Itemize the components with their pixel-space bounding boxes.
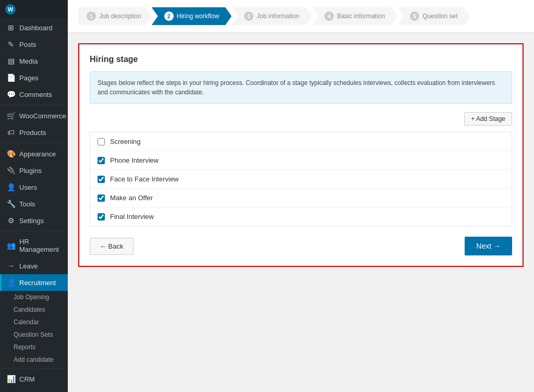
sidebar-item-comments[interactable]: 💬 Comments <box>0 86 68 103</box>
plugins-icon: 🔌 <box>7 166 15 175</box>
stage-label-make-an-offer: Make an Offer <box>110 194 153 202</box>
stage-checkbox-phone-interview[interactable] <box>98 157 105 164</box>
wizard-step-3[interactable]: 3 Job information <box>232 7 312 25</box>
dashboard-icon: ⊞ <box>7 23 15 32</box>
media-icon: ▤ <box>7 57 15 65</box>
recruitment-icon: 👤 <box>7 278 15 287</box>
tools-icon: 🔧 <box>7 200 15 208</box>
posts-icon: ✎ <box>7 40 15 48</box>
sidebar-sub-job-opening[interactable]: Job Opening <box>0 291 68 303</box>
sidebar-item-accounting[interactable]: ⚙ Accounting <box>0 387 68 392</box>
sidebar-item-appearance[interactable]: 🎨 Appearance <box>0 145 68 162</box>
sidebar-sub-candidates[interactable]: Candidates <box>0 303 68 316</box>
wizard-step-5[interactable]: 5 Question set <box>397 7 470 25</box>
main-content: 1 Job description 2 Hiring workflow 3 Jo… <box>68 0 534 392</box>
sidebar-sub-add-candidate[interactable]: Add candidate <box>0 353 68 366</box>
appearance-icon: 🎨 <box>7 150 15 158</box>
step-2-label: Hiring workflow <box>177 13 219 20</box>
step-3-num: 3 <box>244 11 253 21</box>
step-4-label: Basic information <box>337 13 385 20</box>
sidebar-item-woocommerce[interactable]: 🛒 WooCommerce <box>0 107 68 124</box>
sidebar-sub-question-sets[interactable]: Question Sets <box>0 328 68 341</box>
sidebar-sub-reports[interactable]: Reports <box>0 341 68 353</box>
wizard-step-4[interactable]: 4 Basic information <box>312 7 397 25</box>
stage-label-face-to-face: Face to Face Interview <box>110 175 179 183</box>
woocommerce-icon: 🛒 <box>7 112 15 120</box>
sidebar-item-products[interactable]: 🏷 Products <box>0 124 68 141</box>
sidebar-divider-3 <box>0 231 68 231</box>
stage-checkbox-screening[interactable] <box>98 138 105 145</box>
stage-label-final-interview: Final Interview <box>110 213 154 220</box>
sidebar-divider-4 <box>0 368 68 369</box>
content-area: Hiring stage Stages below reflect the st… <box>68 33 534 392</box>
sidebar-item-leave[interactable]: → Leave <box>0 258 68 274</box>
back-button[interactable]: ← Back <box>90 238 134 255</box>
stage-list: Screening Phone Interview Face to Face I… <box>90 132 512 226</box>
stage-checkbox-make-an-offer[interactable] <box>98 194 105 202</box>
stage-item-screening: Screening <box>90 132 512 151</box>
step-1-num: 1 <box>87 11 96 21</box>
settings-icon: ⚙ <box>7 216 15 225</box>
sidebar-header: W <box>0 0 68 19</box>
hr-icon: 👥 <box>7 241 15 250</box>
add-stage-button[interactable]: + Add Stage <box>464 112 512 126</box>
wizard-steps: 1 Job description 2 Hiring workflow 3 Jo… <box>68 0 534 33</box>
crm-icon: 📊 <box>7 375 15 383</box>
sidebar-item-pages[interactable]: 📄 Pages <box>0 69 68 86</box>
stage-item-final-interview: Final Interview <box>90 207 512 226</box>
comments-icon: 💬 <box>7 90 15 99</box>
sidebar-divider-1 <box>0 105 68 105</box>
stage-checkbox-final-interview[interactable] <box>98 213 105 220</box>
sidebar-item-dashboard[interactable]: ⊞ Dashboard <box>0 19 68 36</box>
sidebar-item-tools[interactable]: 🔧 Tools <box>0 195 68 212</box>
sidebar-item-media[interactable]: ▤ Media <box>0 53 68 69</box>
stage-label-phone-interview: Phone Interview <box>110 156 159 164</box>
panel-title: Hiring stage <box>90 55 512 64</box>
pages-icon: 📄 <box>7 74 15 82</box>
step-2-num: 2 <box>164 11 174 21</box>
wp-logo: W <box>5 4 16 15</box>
sidebar-divider-2 <box>0 143 68 143</box>
sidebar-item-crm[interactable]: 📊 CRM <box>0 371 68 387</box>
stage-item-face-to-face: Face to Face Interview <box>90 170 512 189</box>
wizard-step-2[interactable]: 2 Hiring workflow <box>152 7 232 25</box>
next-button[interactable]: Next → <box>465 237 512 255</box>
sidebar-item-hr-management[interactable]: 👥 HR Management <box>0 234 68 258</box>
sidebar-item-recruitment[interactable]: 👤 Recruitment <box>0 274 68 291</box>
stage-label-screening: Screening <box>110 138 141 145</box>
step-5-num: 5 <box>410 11 419 21</box>
info-box: Stages below reflect the steps in your h… <box>90 71 512 104</box>
step-1-label: Job description <box>99 13 141 20</box>
sidebar-item-settings[interactable]: ⚙ Settings <box>0 212 68 229</box>
form-footer: ← Back Next → <box>90 237 512 255</box>
sidebar: W ⊞ Dashboard ✎ Posts ▤ Media 📄 Pages 💬 … <box>0 0 68 392</box>
add-stage-row: + Add Stage <box>90 112 512 126</box>
stage-item-phone-interview: Phone Interview <box>90 151 512 170</box>
sidebar-item-posts[interactable]: ✎ Posts <box>0 36 68 53</box>
sidebar-item-users[interactable]: 👤 Users <box>0 179 68 195</box>
sidebar-item-plugins[interactable]: 🔌 Plugins <box>0 162 68 179</box>
step-5-label: Question set <box>422 13 457 20</box>
products-icon: 🏷 <box>7 128 15 137</box>
stage-checkbox-face-to-face[interactable] <box>98 176 105 183</box>
wizard-step-1[interactable]: 1 Job description <box>78 7 152 25</box>
hiring-stage-panel: Hiring stage Stages below reflect the st… <box>78 43 524 267</box>
step-4-num: 4 <box>324 11 334 21</box>
users-icon: 👤 <box>7 183 15 191</box>
step-3-label: Job information <box>257 13 299 20</box>
leave-icon: → <box>7 262 15 270</box>
stage-item-make-an-offer: Make an Offer <box>90 189 512 207</box>
sidebar-sub-calendar[interactable]: Calendar <box>0 316 68 328</box>
